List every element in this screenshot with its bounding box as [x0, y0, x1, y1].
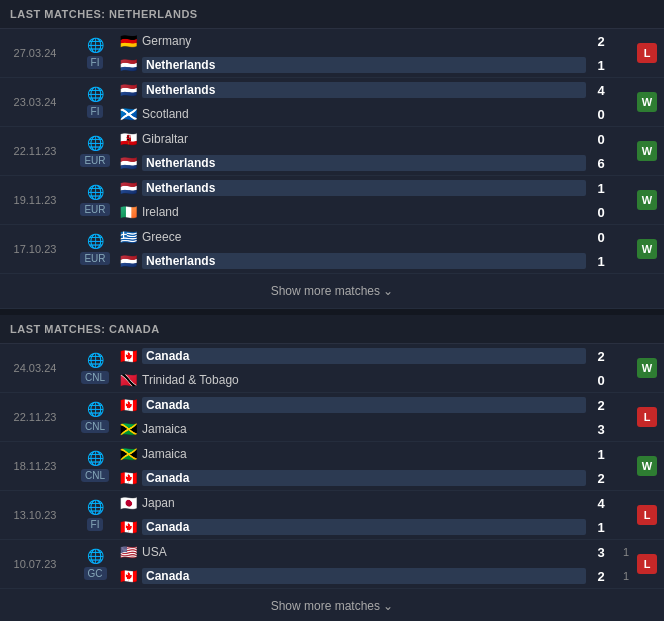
team-flag: 🇳🇱 — [120, 58, 137, 72]
show-more-button[interactable]: Show more matches ⌄ — [0, 589, 664, 621]
team-score: 4 — [586, 83, 616, 98]
team-flag: 🇨🇦 — [120, 398, 137, 412]
result-badge: W — [637, 239, 657, 259]
match-date: 27.03.24 — [4, 29, 66, 77]
competition-badge: GC — [84, 567, 107, 580]
competition-badge: EUR — [80, 252, 109, 265]
team-extra-score: 1 — [616, 570, 636, 582]
show-more-button[interactable]: Show more matches ⌄ — [0, 274, 664, 309]
competition-col: 🌐EUR — [70, 127, 120, 175]
globe-icon: 🌐 — [87, 548, 104, 564]
teams-scores: 🇯🇵Japan4🇨🇦Canada1 — [120, 491, 636, 539]
competition-col: 🌐CNL — [70, 344, 120, 392]
team-flag: 🇬🇮 — [120, 132, 137, 146]
team-name: Canada — [142, 397, 586, 413]
team-flag: 🇳🇱 — [120, 181, 137, 195]
result-badge: L — [637, 43, 657, 63]
team-score-row: 🇨🇦Canada2 — [120, 393, 636, 417]
team-score-row: 🇨🇦Canada2 — [120, 466, 636, 490]
team-score-row: 🏴󠁧󠁢󠁳󠁣󠁴󠁿Scotland0 — [120, 102, 636, 126]
globe-icon: 🌐 — [87, 86, 104, 102]
result-col: L — [636, 393, 664, 441]
competition-badge: FI — [87, 56, 104, 69]
team-name: Canada — [142, 519, 586, 535]
team-name: Gibraltar — [142, 132, 586, 146]
team-score-row: 🇯🇲Jamaica1 — [120, 442, 636, 466]
competition-badge: CNL — [81, 469, 109, 482]
competition-badge: EUR — [80, 154, 109, 167]
result-col: W — [636, 78, 664, 126]
team-score: 2 — [586, 471, 616, 486]
team-score: 3 — [586, 422, 616, 437]
team-name: USA — [142, 545, 586, 559]
teams-scores: 🇯🇲Jamaica1🇨🇦Canada2 — [120, 442, 636, 490]
competition-badge: CNL — [81, 371, 109, 384]
team-score-row: 🇯🇵Japan4 — [120, 491, 636, 515]
competition-badge: EUR — [80, 203, 109, 216]
match-date: 19.11.23 — [4, 176, 66, 224]
teams-scores: 🇳🇱Netherlands4🏴󠁧󠁢󠁳󠁣󠁴󠁿Scotland0 — [120, 78, 636, 126]
competition-badge: FI — [87, 518, 104, 531]
result-badge: L — [637, 505, 657, 525]
team-flag: 🇮🇪 — [120, 205, 137, 219]
globe-icon: 🌐 — [87, 233, 104, 249]
match-date: 24.03.24 — [4, 344, 66, 392]
result-col: L — [636, 29, 664, 77]
team-score-row: 🇺🇸USA31 — [120, 540, 636, 564]
team-flag: 🇩🇪 — [120, 34, 137, 48]
team-score-row: 🇩🇪Germany2 — [120, 29, 636, 53]
result-badge: W — [637, 358, 657, 378]
competition-col: 🌐CNL — [70, 442, 120, 490]
teams-scores: 🇬🇮Gibraltar0🇳🇱Netherlands6 — [120, 127, 636, 175]
match-date: 23.03.24 — [4, 78, 66, 126]
team-score-row: 🇳🇱Netherlands1 — [120, 53, 636, 77]
result-col: L — [636, 491, 664, 539]
team-flag: 🇺🇸 — [120, 545, 137, 559]
team-name: Jamaica — [142, 447, 586, 461]
match-date: 10.07.23 — [4, 540, 66, 588]
team-score: 1 — [586, 254, 616, 269]
globe-icon: 🌐 — [87, 135, 104, 151]
match-row: 22.11.23🌐EUR🇬🇮Gibraltar0🇳🇱Netherlands6W — [0, 127, 664, 176]
team-score-row: 🇬🇷Greece0 — [120, 225, 636, 249]
chevron-down-icon: ⌄ — [383, 284, 393, 298]
team-score-row: 🇳🇱Netherlands1 — [120, 249, 636, 273]
team-name: Jamaica — [142, 422, 586, 436]
teams-scores: 🇳🇱Netherlands1🇮🇪Ireland0 — [120, 176, 636, 224]
team-name: Germany — [142, 34, 586, 48]
match-row: 24.03.24🌐CNL🇨🇦Canada2🇹🇹Trinidad & Tobago… — [0, 344, 664, 393]
match-date: 17.10.23 — [4, 225, 66, 273]
team-score: 2 — [586, 34, 616, 49]
team-flag: 🇳🇱 — [120, 83, 137, 97]
chevron-down-icon: ⌄ — [383, 599, 393, 613]
globe-icon: 🌐 — [87, 352, 104, 368]
team-score: 2 — [586, 398, 616, 413]
team-score-row: 🇨🇦Canada2 — [120, 344, 636, 368]
team-flag: 🏴󠁧󠁢󠁳󠁣󠁴󠁿 — [120, 107, 137, 121]
match-date: 22.11.23 — [4, 127, 66, 175]
result-badge: W — [637, 92, 657, 112]
team-flag: 🇨🇦 — [120, 520, 137, 534]
team-score: 2 — [586, 569, 616, 584]
match-row: 10.07.23🌐GC🇺🇸USA31🇨🇦Canada21L — [0, 540, 664, 589]
match-row: 27.03.24🌐FI🇩🇪Germany2🇳🇱Netherlands1L — [0, 29, 664, 78]
matches-section-netherlands: 27.03.24🌐FI🇩🇪Germany2🇳🇱Netherlands1L23.0… — [0, 29, 664, 274]
competition-badge: FI — [87, 105, 104, 118]
result-col: W — [636, 225, 664, 273]
team-score: 3 — [586, 545, 616, 560]
globe-icon: 🌐 — [87, 450, 104, 466]
team-name: Scotland — [142, 107, 586, 121]
competition-col: 🌐CNL — [70, 393, 120, 441]
competition-col: 🌐FI — [70, 491, 120, 539]
team-score-row: 🇳🇱Netherlands4 — [120, 78, 636, 102]
team-flag: 🇨🇦 — [120, 349, 137, 363]
section-header-netherlands: LAST MATCHES: NETHERLANDS — [0, 0, 664, 29]
competition-badge: CNL — [81, 420, 109, 433]
result-col: W — [636, 442, 664, 490]
competition-col: 🌐EUR — [70, 176, 120, 224]
team-flag: 🇯🇲 — [120, 422, 137, 436]
team-flag: 🇨🇦 — [120, 569, 137, 583]
team-score: 6 — [586, 156, 616, 171]
match-row: 17.10.23🌐EUR🇬🇷Greece0🇳🇱Netherlands1W — [0, 225, 664, 274]
team-score: 2 — [586, 349, 616, 364]
